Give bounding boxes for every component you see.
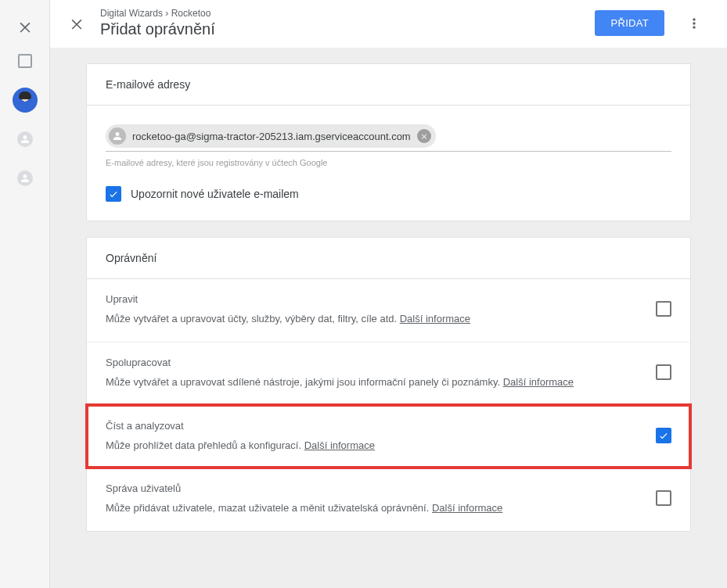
notify-checkbox[interactable] xyxy=(106,186,121,202)
chip-label: rocketoo-ga@sigma-tractor-205213.iam.gse… xyxy=(132,131,411,142)
permissions-list: UpravitMůže vytvářet a upravovat účty, s… xyxy=(87,279,690,531)
permission-desc: Může vytvářet a upravovat účty, služby, … xyxy=(106,311,640,328)
permission-desc: Může přidávat uživatele, mazat uživatele… xyxy=(106,500,640,517)
rail-item-square[interactable] xyxy=(13,48,38,74)
permission-desc: Může vytvářet a upravovat sdílené nástro… xyxy=(106,375,640,391)
email-helper-text: E-mailové adresy, které jsou registrován… xyxy=(106,158,671,167)
add-button[interactable]: PŘIDAT xyxy=(595,10,664,36)
rail-item-avatar-1[interactable] xyxy=(13,127,38,152)
title-block: Digital Wizards › Rocketoo Přidat oprávn… xyxy=(100,8,579,38)
rail-item-avatar-main[interactable] xyxy=(13,88,38,113)
permission-item[interactable]: Číst a analyzovatMůže prohlížet data pře… xyxy=(87,405,690,468)
breadcrumb[interactable]: Digital Wizards › Rocketoo xyxy=(100,8,579,19)
person-icon xyxy=(17,131,33,147)
permission-title: Číst a analyzovat xyxy=(106,420,640,432)
permission-item[interactable]: Správa uživatelůMůže přidávat uživatele,… xyxy=(87,468,690,531)
main-panel: Digital Wizards › Rocketoo Přidat oprávn… xyxy=(50,0,727,588)
avatar-icon xyxy=(13,88,38,113)
topbar: Digital Wizards › Rocketoo Přidat oprávn… xyxy=(50,0,727,48)
more-info-link[interactable]: Další informace xyxy=(432,502,502,514)
permission-item[interactable]: SpolupracovatMůže vytvářet a upravovat s… xyxy=(87,342,690,405)
rail-close-icon[interactable] xyxy=(17,19,33,34)
square-icon xyxy=(18,54,32,68)
chip-remove-icon[interactable] xyxy=(417,129,431,143)
permission-text: UpravitMůže vytvářet a upravovat účty, s… xyxy=(106,293,640,328)
notify-checkbox-row[interactable]: Upozornit nové uživatele e-mailem xyxy=(106,186,671,202)
rail-item-avatar-2[interactable] xyxy=(13,166,38,191)
permissions-card: Oprávnění UpravitMůže vytvářet a upravov… xyxy=(86,237,691,532)
permission-text: SpolupracovatMůže vytvářet a upravovat s… xyxy=(106,357,640,391)
email-card: E-mailové adresy rocketoo-ga@sigma-tract… xyxy=(86,63,691,221)
permission-checkbox-wrap xyxy=(656,364,671,383)
permission-checkbox[interactable] xyxy=(656,490,671,506)
close-icon[interactable] xyxy=(69,16,85,31)
permission-checkbox[interactable] xyxy=(656,301,671,317)
email-input[interactable]: rocketoo-ga@sigma-tractor-205213.iam.gse… xyxy=(106,124,671,152)
permission-title: Spolupracovat xyxy=(106,357,640,368)
permission-title: Upravit xyxy=(106,293,640,305)
person-icon xyxy=(109,127,126,145)
permission-checkbox-wrap xyxy=(656,428,671,444)
permissions-card-header: Oprávnění xyxy=(87,238,690,279)
more-vert-icon[interactable] xyxy=(680,9,708,38)
more-info-link[interactable]: Další informace xyxy=(503,376,574,388)
permission-checkbox-wrap xyxy=(656,490,671,509)
email-chip: rocketoo-ga@sigma-tractor-205213.iam.gse… xyxy=(106,124,436,148)
permission-item[interactable]: UpravitMůže vytvářet a upravovat účty, s… xyxy=(87,279,690,342)
more-info-link[interactable]: Další informace xyxy=(400,313,470,324)
permission-text: Správa uživatelůMůže přidávat uživatele,… xyxy=(106,482,640,517)
content-area: E-mailové adresy rocketoo-ga@sigma-tract… xyxy=(50,48,727,588)
person-icon xyxy=(17,170,33,186)
left-rail xyxy=(0,0,50,588)
permission-checkbox[interactable] xyxy=(656,364,671,380)
permission-checkbox[interactable] xyxy=(656,428,671,443)
permission-title: Správa uživatelů xyxy=(106,482,640,494)
permission-text: Číst a analyzovatMůže prohlížet data pře… xyxy=(106,420,640,454)
permission-checkbox-wrap xyxy=(656,301,671,320)
permission-desc: Může prohlížet data přehledů a konfigura… xyxy=(106,438,640,454)
page-title: Přidat oprávnění xyxy=(100,20,579,38)
more-info-link[interactable]: Další informace xyxy=(304,439,375,451)
email-card-header: E-mailové adresy xyxy=(87,64,690,106)
notify-label: Upozornit nové uživatele e-mailem xyxy=(131,188,299,200)
